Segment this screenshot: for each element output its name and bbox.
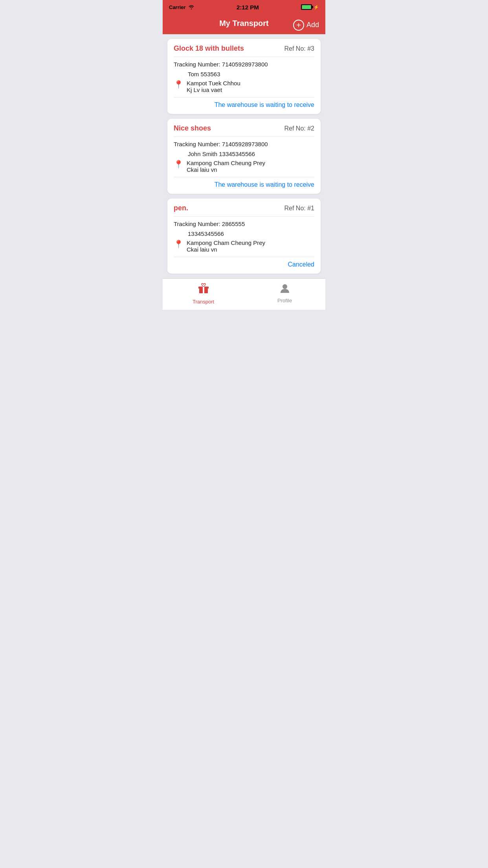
status-bar: Carrier 2:12 PM ⚡	[163, 0, 325, 14]
status-right: ⚡	[301, 4, 319, 10]
card-1-contact: Tom 553563	[188, 71, 314, 77]
transport-list: Glock 18 with bullets Ref No: #3 Trackin…	[163, 34, 325, 278]
card-2-contact: John Smith 13345345566	[188, 151, 314, 157]
card-3-header: pen. Ref No: #1	[174, 204, 314, 217]
tab-bar: Transport Profile	[163, 278, 325, 310]
card-1-location: 📍 Kampot Tuek Chhou Kj Lv iua vaet	[174, 80, 314, 93]
card-1-title: Glock 18 with bullets	[174, 44, 244, 53]
svg-rect-2	[203, 287, 204, 293]
battery-icon	[301, 4, 312, 10]
card-3-tracking: Tracking Number: 2865555	[174, 221, 314, 227]
add-button[interactable]: + Add	[293, 20, 319, 31]
transport-icon	[198, 283, 209, 297]
card-3-location-main: Kampong Cham Cheung Prey	[187, 239, 265, 246]
add-circle-icon: +	[293, 20, 304, 31]
status-time: 2:12 PM	[237, 4, 259, 11]
card-1-tracking: Tracking Number: 71405928973800	[174, 61, 314, 68]
bolt-icon: ⚡	[314, 5, 319, 10]
card-2-location: 📍 Kampong Cham Cheung Prey Ckai laiu vn	[174, 160, 314, 173]
card-3-title: pen.	[174, 204, 188, 212]
svg-point-3	[283, 284, 287, 289]
card-2-status: The warehouse is waiting to receive	[174, 177, 314, 188]
card-3-location-details: Kampong Cham Cheung Prey Ckai laiu vn	[187, 239, 265, 253]
tab-transport[interactable]: Transport	[163, 283, 244, 305]
card-2-ref: Ref No: #2	[284, 125, 314, 132]
card-3-contact: 13345345566	[188, 230, 314, 237]
tab-profile-label: Profile	[277, 298, 292, 303]
card-2-title: Nice shoes	[174, 124, 211, 132]
card-3-ref: Ref No: #1	[284, 205, 314, 212]
profile-icon	[279, 283, 291, 296]
transport-card-3[interactable]: pen. Ref No: #1 Tracking Number: 2865555…	[167, 199, 321, 274]
card-2-location-sub: Ckai laiu vn	[187, 166, 265, 173]
card-1-ref: Ref No: #3	[284, 45, 314, 52]
pin-icon-1: 📍	[174, 80, 183, 89]
pin-icon-3: 📍	[174, 239, 183, 249]
wifi-icon	[188, 5, 194, 9]
card-2-location-details: Kampong Cham Cheung Prey Ckai laiu vn	[187, 160, 265, 173]
card-2-location-main: Kampong Cham Cheung Prey	[187, 160, 265, 166]
card-1-location-sub: Kj Lv iua vaet	[187, 86, 240, 93]
page-title: My Transport	[219, 19, 269, 28]
card-1-location-details: Kampot Tuek Chhou Kj Lv iua vaet	[187, 80, 240, 93]
tab-transport-label: Transport	[193, 299, 214, 305]
card-1-header: Glock 18 with bullets Ref No: #3	[174, 44, 314, 57]
transport-card-2[interactable]: Nice shoes Ref No: #2 Tracking Number: 7…	[167, 119, 321, 194]
status-carrier: Carrier	[169, 4, 194, 10]
card-3-location-sub: Ckai laiu vn	[187, 246, 265, 253]
add-label: Add	[306, 21, 319, 29]
transport-card-1[interactable]: Glock 18 with bullets Ref No: #3 Trackin…	[167, 39, 321, 114]
card-3-status: Canceled	[174, 257, 314, 268]
pin-icon-2: 📍	[174, 160, 183, 169]
card-2-tracking: Tracking Number: 71405928973800	[174, 141, 314, 147]
header: My Transport + Add	[163, 14, 325, 34]
tab-profile[interactable]: Profile	[244, 283, 325, 303]
card-1-location-main: Kampot Tuek Chhou	[187, 80, 240, 86]
card-1-status: The warehouse is waiting to receive	[174, 97, 314, 108]
card-2-header: Nice shoes Ref No: #2	[174, 124, 314, 137]
card-3-location: 📍 Kampong Cham Cheung Prey Ckai laiu vn	[174, 239, 314, 253]
